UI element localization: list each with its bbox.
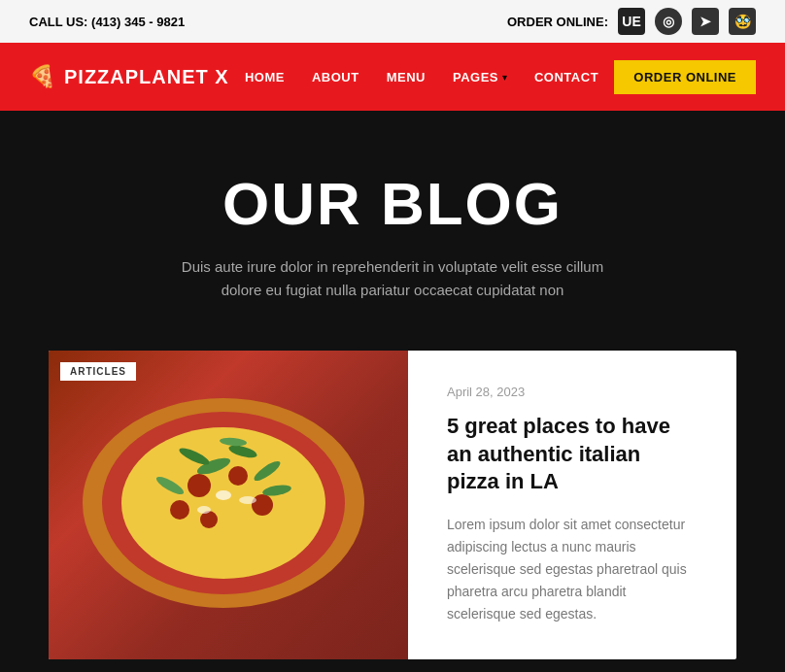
svg-point-4 [228, 466, 248, 486]
svg-point-3 [188, 474, 211, 497]
svg-point-7 [170, 500, 189, 520]
svg-point-16 [197, 506, 211, 514]
order-online-label: ORDER ONLINE: [507, 15, 608, 29]
blog-title: OUR BLOG [29, 169, 756, 238]
logo[interactable]: 🍕 PIZZAPLANET X [29, 64, 229, 89]
article-title: 5 great places to have an authentic ital… [447, 413, 698, 496]
logo-text: PIZZAPLANET X [64, 66, 229, 88]
svg-point-15 [216, 490, 231, 500]
nav-link-contact[interactable]: CONTACT [534, 70, 598, 84]
featured-content: April 28, 2023 5 great places to have an… [408, 351, 736, 659]
phone-number[interactable]: (413) 345 - 9821 [91, 15, 185, 29]
main-nav: 🍕 PIZZAPLANET X HOME ABOUT MENU PAGES ▾ … [0, 43, 785, 111]
nav-item-home[interactable]: HOME [245, 68, 285, 85]
featured-image: ARTICLES [49, 351, 408, 659]
svg-point-17 [239, 496, 256, 504]
article-date: April 28, 2023 [447, 385, 698, 399]
nav-item-pages[interactable]: PAGES ▾ [453, 70, 507, 84]
svg-point-5 [252, 494, 273, 516]
featured-article[interactable]: ARTICLES April 28, 2023 5 great places t… [49, 351, 736, 659]
delivery-icon-ue[interactable]: UE [618, 8, 645, 35]
chevron-down-icon: ▾ [502, 72, 507, 83]
order-online-section: ORDER ONLINE: UE ◎ ➤ 🥸 [507, 8, 756, 35]
blog-hero: OUR BLOG Duis aute irure dolor in repreh… [0, 111, 785, 351]
nav-item-contact[interactable]: CONTACT [534, 68, 598, 85]
blog-subtitle: Duis aute irure dolor in reprehenderit i… [159, 255, 626, 302]
delivery-icon-grubhub[interactable]: ➤ [692, 8, 719, 35]
featured-badge: ARTICLES [60, 362, 136, 381]
nav-link-pages[interactable]: PAGES [453, 70, 498, 84]
delivery-icon-doordash[interactable]: ◎ [655, 8, 682, 35]
nav-link-home[interactable]: HOME [245, 70, 285, 84]
svg-point-2 [121, 427, 325, 579]
pizza-svg [73, 398, 384, 612]
top-bar: CALL US: (413) 345 - 9821 ORDER ONLINE: … [0, 0, 785, 43]
delivery-icon-mustache[interactable]: 🥸 [729, 8, 756, 35]
phone-label: CALL US: (413) 345 - 9821 [29, 15, 185, 29]
nav-link-about[interactable]: ABOUT [312, 70, 359, 84]
pizza-icon: 🍕 [29, 64, 56, 89]
order-online-button[interactable]: ORDER ONLINE [614, 60, 756, 94]
nav-item-menu[interactable]: MENU [387, 68, 426, 85]
nav-item-about[interactable]: ABOUT [312, 68, 359, 85]
nav-link-menu[interactable]: MENU [387, 70, 426, 84]
nav-links: HOME ABOUT MENU PAGES ▾ CONTACT [245, 68, 598, 85]
article-excerpt: Lorem ipsum dolor sit amet consectetur a… [447, 514, 698, 625]
